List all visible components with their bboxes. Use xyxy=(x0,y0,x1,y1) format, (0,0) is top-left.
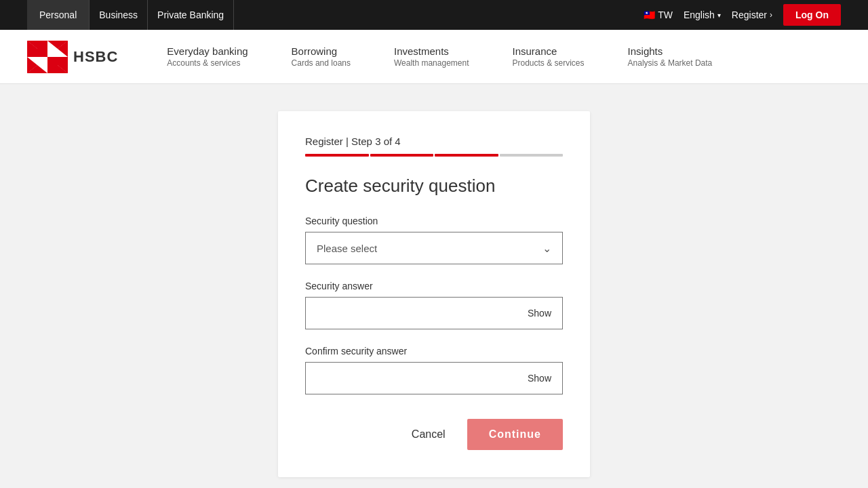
nav-insights-title: Insights xyxy=(628,45,713,57)
security-answer-show-button[interactable]: Show xyxy=(517,308,562,319)
security-question-group: Security question Please select ⌄ xyxy=(305,216,563,264)
nav-everyday-banking-sub: Accounts & services xyxy=(167,58,248,68)
nav-everyday-banking[interactable]: Everyday banking Accounts & services xyxy=(161,45,253,68)
security-question-label: Security question xyxy=(305,216,563,226)
register-link[interactable]: Register › xyxy=(732,9,772,20)
country-code: TW xyxy=(658,9,673,20)
nav-everyday-banking-title: Everyday banking xyxy=(167,45,248,57)
security-question-select[interactable]: Please select ⌄ xyxy=(305,232,563,264)
step-title: Register | Step 3 of 4 xyxy=(305,136,563,147)
nav-private-banking[interactable]: Private Banking xyxy=(148,0,234,30)
nav-borrowing[interactable]: Borrowing Cards and loans xyxy=(286,45,356,68)
cancel-button[interactable]: Cancel xyxy=(412,428,446,441)
hsbc-logo-icon xyxy=(27,41,68,73)
hsbc-logo-area[interactable]: HSBC xyxy=(27,41,118,73)
security-question-value: Please select xyxy=(306,243,532,254)
page-background: Register | Step 3 of 4 Create security q… xyxy=(0,84,868,488)
confirm-answer-label: Confirm security answer xyxy=(305,346,563,357)
nav-borrowing-sub: Cards and loans xyxy=(292,58,351,68)
security-answer-group: Security answer Show xyxy=(305,281,563,329)
confirm-answer-input[interactable] xyxy=(306,363,517,394)
logon-button[interactable]: Log On xyxy=(783,4,841,26)
nav-investments-title: Investments xyxy=(394,45,469,57)
top-bar: Personal Business Private Banking 🇹🇼 TW … xyxy=(0,0,868,30)
form-actions: Cancel Continue xyxy=(305,419,563,450)
chevron-down-icon: ⌄ xyxy=(532,242,562,255)
step-register-label: Register xyxy=(305,136,343,147)
main-nav: HSBC Everyday banking Accounts & service… xyxy=(0,30,868,84)
progress-segment-1 xyxy=(305,154,369,157)
nav-investments-sub: Wealth management xyxy=(394,58,469,68)
progress-bar xyxy=(305,154,563,157)
register-label: Register xyxy=(732,9,767,20)
nav-insurance-sub: Products & services xyxy=(513,58,585,68)
progress-segment-2 xyxy=(370,154,434,157)
nav-personal[interactable]: Personal xyxy=(27,0,90,30)
top-bar-right: 🇹🇼 TW English ▾ Register › Log On xyxy=(644,4,841,26)
security-answer-input[interactable] xyxy=(306,298,517,329)
nav-insurance[interactable]: Insurance Products & services xyxy=(507,45,590,68)
form-card: Register | Step 3 of 4 Create security q… xyxy=(278,111,590,477)
confirm-answer-show-button[interactable]: Show xyxy=(517,373,562,384)
nav-business[interactable]: Business xyxy=(90,0,148,30)
language-selector[interactable]: English ▾ xyxy=(684,9,721,20)
continue-button[interactable]: Continue xyxy=(467,419,563,450)
confirm-answer-group: Confirm security answer Show xyxy=(305,346,563,394)
step-info: Step 3 of 4 xyxy=(351,136,401,147)
language-label: English xyxy=(684,9,715,20)
flag-icon: 🇹🇼 xyxy=(644,9,655,20)
security-answer-label: Security answer xyxy=(305,281,563,291)
confirm-answer-input-wrapper: Show xyxy=(305,362,563,394)
nav-insurance-title: Insurance xyxy=(513,45,585,57)
register-arrow-icon: › xyxy=(770,10,772,20)
nav-insights-sub: Analysis & Market Data xyxy=(628,58,713,68)
nav-investments[interactable]: Investments Wealth management xyxy=(389,45,475,68)
progress-segment-3 xyxy=(435,154,498,157)
security-answer-input-wrapper: Show xyxy=(305,297,563,329)
country-selector[interactable]: 🇹🇼 TW xyxy=(644,9,673,20)
logo-text: HSBC xyxy=(73,48,118,66)
step-separator: | xyxy=(346,136,351,147)
nav-borrowing-title: Borrowing xyxy=(292,45,351,57)
progress-segment-4 xyxy=(500,154,564,157)
language-arrow-icon: ▾ xyxy=(717,12,721,19)
nav-insights[interactable]: Insights Analysis & Market Data xyxy=(623,45,718,68)
form-heading: Create security question xyxy=(305,176,563,197)
top-bar-nav: Personal Business Private Banking xyxy=(27,0,234,30)
